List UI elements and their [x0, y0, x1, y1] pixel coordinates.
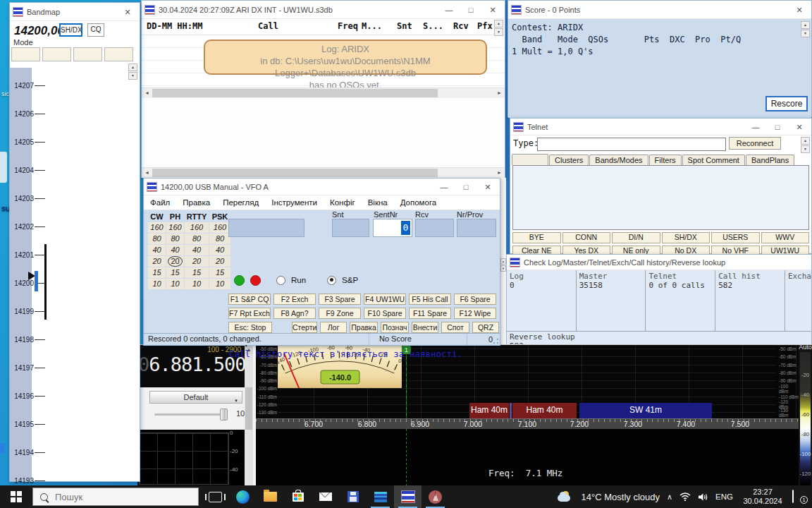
slider-thumb[interactable]	[220, 409, 228, 421]
log-column-header[interactable]: Call	[258, 21, 278, 31]
file-explorer-button[interactable]	[257, 485, 284, 508]
sp-label[interactable]: S&P	[342, 276, 358, 284]
sdr-app-button[interactable]	[367, 485, 394, 508]
action-button[interactable]: Правка	[350, 322, 378, 333]
log-column-header[interactable]: Pfx	[477, 21, 493, 31]
close-icon[interactable]: ✕	[790, 3, 808, 17]
snt-field[interactable]	[332, 219, 369, 237]
close-icon[interactable]: ✕	[484, 3, 502, 17]
menu-item[interactable]: Інструменти	[265, 198, 324, 207]
tab-bandplans[interactable]: BandPlans	[746, 155, 794, 165]
menu-item[interactable]: Допомога	[394, 198, 443, 207]
bandmap-frequency-label[interactable]: 14202	[10, 223, 34, 231]
scrollbar-thumb[interactable]	[152, 89, 438, 97]
bandmap-scale-row[interactable]: 14194	[10, 438, 59, 466]
bandmap-scale-row[interactable]: 14207	[10, 71, 59, 99]
rcv-field[interactable]	[415, 219, 454, 237]
bandmap-scale-row[interactable]: 14206	[10, 99, 59, 128]
weather-icon[interactable]	[558, 491, 574, 502]
scrollbar-thumb[interactable]	[152, 169, 438, 177]
action-button[interactable]: Спот	[441, 322, 469, 333]
band-cell[interactable]: 80	[166, 234, 184, 244]
bandmap-frequency-label[interactable]: 14204	[10, 167, 34, 174]
menu-item[interactable]: Конфіг	[324, 198, 362, 207]
n1mm-app-button[interactable]	[394, 485, 422, 508]
band-cell[interactable]: 40	[148, 245, 166, 255]
bandmap-frequency-label[interactable]: 14194	[10, 449, 34, 456]
resize-grip[interactable]	[493, 338, 499, 344]
sp-radio[interactable]	[327, 276, 336, 285]
scroll-left-icon[interactable]: ◄	[142, 168, 152, 178]
spinner-up-icon[interactable]: ▲	[494, 20, 503, 28]
mail-button[interactable]	[312, 485, 339, 508]
waterfall-colorbar[interactable]: Auto -20-40-60-80-100-120	[799, 345, 812, 486]
band-cell[interactable]: 160	[148, 222, 166, 233]
task-view-button[interactable]	[202, 485, 229, 508]
close-icon[interactable]: ✕	[790, 120, 808, 134]
edge-spinner[interactable]: ▲ ▼	[500, 258, 506, 272]
spinner-up-icon[interactable]: ▲	[128, 64, 137, 71]
tab-clusters[interactable]: Clusters	[549, 155, 589, 165]
log-hscrollbar[interactable]: ◄ ►	[142, 87, 505, 98]
maximize-icon[interactable]: □	[462, 3, 480, 17]
bandmap-frequency[interactable]: 14200,00	[14, 24, 64, 38]
rescore-button[interactable]: Rescore	[765, 96, 808, 111]
action-button[interactable]: QRZ	[472, 322, 499, 333]
band-cell[interactable]: 40	[209, 245, 230, 255]
mode-box[interactable]	[42, 47, 71, 61]
band-cell[interactable]: 80	[148, 234, 166, 244]
sdr-vscrollbar[interactable]: ▲	[245, 345, 253, 486]
log-column-header[interactable]: Rcv	[453, 21, 469, 31]
spinner-up-icon[interactable]: ▲	[500, 258, 506, 265]
bandmap-frequency-label[interactable]: 14199	[10, 308, 34, 315]
mode-box[interactable]	[11, 47, 40, 61]
maximize-icon[interactable]: □	[457, 180, 475, 194]
telnet-button[interactable]: BYE	[512, 232, 561, 243]
score-titlebar[interactable]: Score - 0 Points ✕	[508, 1, 811, 19]
reconnect-button[interactable]: Reconnect	[729, 137, 781, 150]
mode-header[interactable]: RTTY	[185, 212, 209, 221]
speaker-icon[interactable]	[698, 492, 708, 502]
action-button[interactable]: Стерти	[292, 322, 317, 333]
tab-blank[interactable]	[512, 154, 548, 165]
telnet-button[interactable]: CONN	[562, 232, 611, 243]
scroll-left-icon[interactable]: ◄	[142, 88, 152, 98]
bandmap-scale-row[interactable]: 14198	[10, 325, 59, 353]
bandmap-scale-row[interactable]: 14201	[10, 241, 59, 269]
telnet-command-input[interactable]	[537, 138, 726, 151]
colorbar-auto-label[interactable]: Auto	[799, 344, 812, 351]
bandmap-frequency-label[interactable]: 14193	[10, 477, 34, 485]
bandmap-scale-row[interactable]: 14205	[10, 128, 59, 156]
mode-box[interactable]	[73, 47, 102, 61]
tray-chevron-up-icon[interactable]: ∧	[667, 492, 672, 502]
spinner-down-icon[interactable]: ▼	[801, 145, 810, 153]
check-titlebar[interactable]: Check Log/Master/Telnet/Exch/Call histor…	[507, 255, 811, 270]
band-cell[interactable]: 15	[148, 267, 166, 278]
telnet-button[interactable]: SH/DX	[662, 232, 710, 243]
maximize-icon[interactable]: □	[768, 120, 787, 134]
telnet-button[interactable]: WWV	[761, 232, 810, 243]
menu-item[interactable]: Файл	[144, 198, 176, 207]
function-key-button[interactable]: F12 Wipe	[454, 308, 496, 319]
telnet-button[interactable]: USERS	[711, 232, 760, 243]
telnet-titlebar[interactable]: Telnet — □ ✕	[510, 119, 811, 135]
menu-item[interactable]: Правка	[176, 198, 216, 207]
bandmap-frequency-label[interactable]: 14203	[10, 195, 34, 202]
scroll-right-icon[interactable]: ►	[494, 88, 505, 98]
menu-item[interactable]: Перегляд	[216, 198, 265, 207]
tab-bands-modes[interactable]: Bands/Modes	[589, 155, 648, 165]
action-button[interactable]: Внести	[412, 322, 438, 333]
function-key-button[interactable]: F2 Exch	[273, 294, 316, 305]
nrprov-field[interactable]	[457, 219, 496, 237]
antenna-app-button[interactable]	[422, 485, 449, 508]
bandmap-frequency-label[interactable]: 14201	[10, 251, 34, 259]
sentnr-field[interactable]: 0	[373, 219, 412, 237]
band-cell[interactable]: 10	[166, 279, 184, 289]
scrollbar-thumb[interactable]	[245, 387, 252, 430]
band-cell[interactable]: 10	[148, 279, 166, 289]
scroll-right-icon[interactable]: ►	[494, 168, 505, 178]
mode-header[interactable]: PH	[166, 212, 184, 221]
log-column-header[interactable]: Freq	[338, 21, 358, 31]
function-key-button[interactable]: F5 His Call	[409, 294, 451, 305]
search-input[interactable]	[54, 491, 169, 503]
